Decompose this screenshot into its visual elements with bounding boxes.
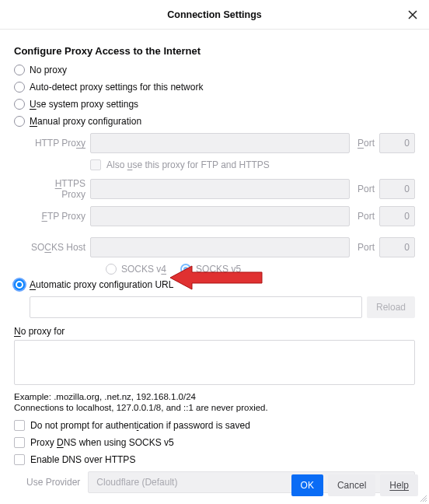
help-button[interactable]: Help [380, 474, 418, 496]
http-proxy-input[interactable] [90, 133, 350, 153]
socks-v5-label[interactable]: SOCKS v5 [196, 264, 241, 275]
example-text: Example: .mozilla.org, .net.nz, 192.168.… [14, 392, 415, 401]
port-label: Port [358, 211, 375, 222]
checkbox-icon [14, 420, 25, 431]
checkbox-label: Do not prompt for authentication if pass… [30, 420, 250, 431]
ok-button[interactable]: OK [291, 474, 323, 496]
section-heading: Configure Proxy Access to the Internet [14, 45, 415, 57]
http-proxy-row: HTTP Proxy Port [30, 133, 415, 153]
close-button[interactable] [404, 6, 421, 23]
radio-label: Manual proxy configuration [30, 116, 141, 127]
checkbox-icon [14, 454, 25, 465]
provider-label: Use Provider [26, 477, 80, 488]
radio-icon [14, 99, 25, 110]
socks-host-input[interactable] [90, 237, 350, 257]
https-proxy-row: HTTPS Proxy Port [30, 178, 415, 200]
localhost-note: Connections to localhost, 127.0.0.1/8, a… [14, 403, 415, 412]
port-label: Port [358, 184, 375, 194]
radio-no-proxy[interactable]: No proxy [14, 65, 415, 75]
manual-proxy-block: HTTP Proxy Port Also use this proxy for … [14, 133, 415, 275]
checkbox-no-auth-prompt[interactable]: Do not prompt for authentication if pass… [14, 420, 415, 431]
https-proxy-input[interactable] [90, 179, 350, 199]
port-label: Port [358, 242, 375, 253]
radio-use-system[interactable]: Use system proxy settings [14, 99, 415, 110]
checkbox-label: Proxy DNS when using SOCKS v5 [30, 437, 174, 448]
radio-icon [14, 65, 25, 75]
https-proxy-label: HTTPS Proxy [30, 178, 85, 200]
provider-value: Cloudflare (Default) [96, 477, 177, 488]
socks-port-input[interactable] [379, 237, 415, 257]
ftp-proxy-input[interactable] [90, 206, 350, 226]
dialog-content: Configure Proxy Access to the Internet N… [0, 30, 429, 493]
auto-url-row: Reload [30, 296, 415, 318]
also-use-ftp-https[interactable]: Also use this proxy for FTP and HTTPS [90, 159, 415, 170]
titlebar: Connection Settings [0, 0, 429, 30]
no-proxy-textarea[interactable] [14, 340, 415, 385]
radio-icon [14, 279, 25, 290]
checkbox-proxy-dns[interactable]: Proxy DNS when using SOCKS v5 [14, 437, 415, 448]
checkbox-icon [90, 159, 101, 170]
radio-auto-detect[interactable]: Auto-detect proxy settings for this netw… [14, 82, 415, 93]
socks-v4-label[interactable]: SOCKS v4 [121, 264, 166, 275]
resize-grip-icon[interactable] [418, 493, 427, 502]
dialog-title: Connection Settings [167, 9, 262, 20]
http-port-input[interactable] [379, 133, 415, 153]
socks-host-row: SOCKS Host Port [30, 237, 415, 257]
radio-label: Auto-detect proxy settings for this netw… [30, 82, 203, 93]
port-label: Port [358, 138, 375, 149]
socks-version-row: SOCKS v4 SOCKS v5 [106, 264, 415, 275]
radio-label: Automatic proxy configuration URL [30, 279, 173, 290]
ftp-port-input[interactable] [379, 206, 415, 226]
socks-host-label: SOCKS Host [30, 242, 85, 253]
cancel-button[interactable]: Cancel [328, 474, 375, 496]
checkbox-enable-doh[interactable]: Enable DNS over HTTPS [14, 454, 415, 465]
radio-icon [14, 82, 25, 93]
ftp-proxy-row: FTP Proxy Port [30, 206, 415, 226]
no-proxy-label: No proxy for [14, 326, 415, 337]
radio-auto-url[interactable]: Automatic proxy configuration URL [14, 279, 415, 290]
reload-button[interactable]: Reload [367, 296, 415, 318]
checkbox-icon [14, 437, 25, 448]
radio-label: Use system proxy settings [30, 99, 138, 110]
radio-manual[interactable]: Manual proxy configuration [14, 116, 415, 127]
close-icon [408, 10, 417, 19]
checkbox-label: Enable DNS over HTTPS [30, 454, 135, 465]
http-proxy-label: HTTP Proxy [30, 138, 85, 149]
checkbox-label: Also use this proxy for FTP and HTTPS [106, 159, 270, 170]
auto-url-input[interactable] [30, 296, 362, 318]
radio-icon [180, 264, 191, 275]
https-port-input[interactable] [379, 179, 415, 199]
ftp-proxy-label: FTP Proxy [30, 211, 85, 222]
dialog-footer: OK Cancel Help [291, 474, 418, 496]
radio-icon [106, 264, 117, 275]
radio-icon [14, 116, 25, 127]
radio-label: No proxy [30, 65, 67, 75]
